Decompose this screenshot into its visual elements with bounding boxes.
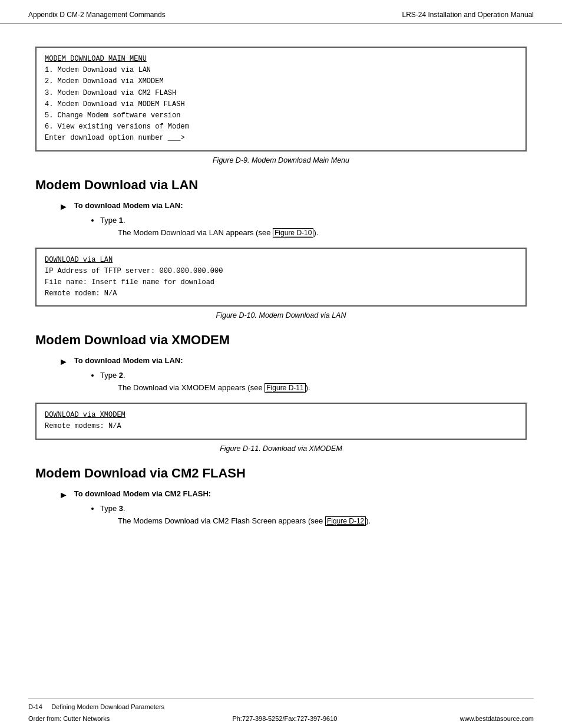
footer-phone: Ph:727-398-5252/Fax:727-397-9610 [232,715,337,722]
figure9-line-1-text: MODEM DOWNLOAD MAIN MENU [45,55,147,63]
instruction-row-xmodem: ► To download Modem via LAN: [59,356,527,367]
figure10-line-1: DOWNLOAD via LAN [45,255,517,266]
figure9-line-2: 1. Modem Download via LAN [45,65,517,76]
figure11-caption: Figure D-11. Download via XMODEM [35,444,527,453]
figure11-line-1: DOWNLOAD via XMODEM [45,410,517,421]
figure11-line-2: Remote modems: N/A [45,421,517,432]
figure9-line-6: 5. Change Modem software version [45,110,517,121]
arrow-icon-cm2: ► [59,490,68,500]
main-content: MODEM DOWNLOAD MAIN MENU 1. Modem Downlo… [0,24,562,578]
figure9-line-3: 2. Modem Download via XMODEM [45,76,517,87]
figure9-caption: Figure D-9. Modem Download Main Menu [35,156,527,164]
para-text-cm2: The Modems Download via CM2 Flash Screen… [118,516,325,525]
ref-link-fig10[interactable]: Figure D-10 [273,228,313,238]
header-left: Appendix D CM-2 Management Commands [28,11,166,19]
figure9-line-8: Enter download option number ___> [45,133,517,144]
type-number-lan: 1 [119,216,123,225]
figure10-code-box: DOWNLOAD via LAN IP Address of TFTP serv… [35,248,527,307]
figure10-line-1-text: DOWNLOAD via LAN [45,256,113,264]
indented-para-lan: The Modem Download via LAN appears (see … [118,228,527,237]
figure10-caption: Figure D-10. Modem Download via LAN [35,311,527,319]
instruction-row-cm2: ► To download Modem via CM2 FLASH: [59,489,527,500]
type-number-xmodem: 2 [119,371,123,380]
bullet-item-xmodem: Type 2. [100,371,527,380]
page: Appendix D CM-2 Management Commands LRS-… [0,0,562,728]
bullet-item-lan: Type 1. [100,216,527,225]
figure9-line-5: 4. Modem Download via MODEM FLASH [45,99,517,110]
bullet-list-cm2: Type 3. [100,504,527,513]
figure9-line-4: 3. Modem Download via CM2 FLASH [45,88,517,99]
page-footer: D-14 Defining Modem Download Parameters … [0,698,562,728]
section-xmodem-heading: Modem Download via XMODEM [35,332,527,348]
para-text-xmodem: The Download via XMODEM appears (see [118,383,265,392]
bullet-list-xmodem: Type 2. [100,371,527,380]
arrow-icon-lan: ► [59,202,68,212]
footer-page-label: Defining Modem Download Parameters [51,703,164,710]
instruction-label-cm2: To download Modem via CM2 FLASH: [74,489,211,498]
ref-link-fig12[interactable]: Figure D-12 [325,516,366,526]
para-end-xmodem: ). [306,383,310,392]
instruction-row-lan: ► To download Modem via LAN: [59,201,527,212]
arrow-icon-xmodem: ► [59,357,68,367]
footer-content: D-14 Defining Modem Download Parameters [0,699,562,714]
section-lan-heading: Modem Download via LAN [35,177,527,193]
figure9-code-box: MODEM DOWNLOAD MAIN MENU 1. Modem Downlo… [35,47,527,151]
bullet-item-cm2: Type 3. [100,504,527,513]
footer-website: www.bestdatasource.com [460,715,534,722]
footer-bottom: Order from: Cutter Networks Ph:727-398-5… [0,714,562,728]
indented-para-cm2: The Modems Download via CM2 Flash Screen… [118,516,527,525]
figure9-line-7: 6. View existing versions of Modem [45,121,517,133]
type-number-cm2: 3 [119,504,123,513]
instruction-label-lan: To download Modem via LAN: [74,201,183,210]
indented-para-xmodem: The Download via XMODEM appears (see Fig… [118,383,527,392]
para-end-lan: ). [313,228,318,237]
section-cm2-heading: Modem Download via CM2 FLASH [35,466,527,481]
para-end-cm2: ). [366,516,371,525]
footer-page-info: D-14 [28,703,42,710]
instruction-label-xmodem: To download Modem via LAN: [74,356,183,365]
bullet-list-lan: Type 1. [100,216,527,225]
figure10-line-2: IP Address of TFTP server: 000.000.000.0… [45,266,517,277]
para-text-lan: The Modem Download via LAN appears (see [118,228,273,237]
figure11-code-box: DOWNLOAD via XMODEM Remote modems: N/A [35,403,527,439]
header-right: LRS-24 Installation and Operation Manual [402,11,534,19]
figure10-line-3: File name: Insert file name for download [45,277,517,288]
footer-order: Order from: Cutter Networks [28,715,110,722]
figure11-line-1-text: DOWNLOAD via XMODEM [45,411,125,419]
figure10-line-4: Remote modem: N/A [45,288,517,299]
ref-link-fig11[interactable]: Figure D-11 [265,383,305,393]
figure9-line-1: MODEM DOWNLOAD MAIN MENU [45,54,517,65]
footer-page-num: D-14 Defining Modem Download Parameters [28,703,164,710]
page-header: Appendix D CM-2 Management Commands LRS-… [0,0,562,24]
